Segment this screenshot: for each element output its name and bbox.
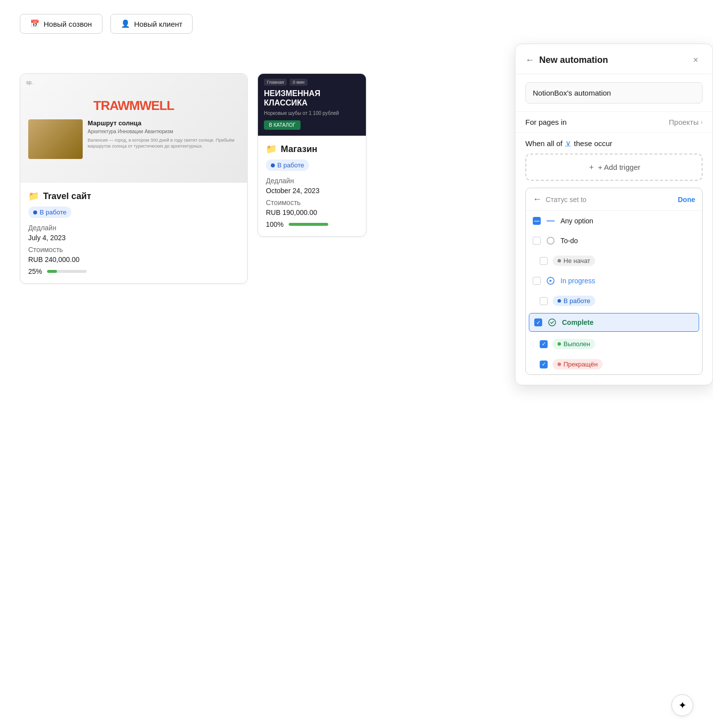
panel-close-btn[interactable]: × [689, 53, 703, 67]
v-rabote-checkbox[interactable] [540, 297, 548, 305]
svg-point-7 [547, 237, 554, 244]
todo-icon [546, 236, 556, 246]
for-pages-row: For pages in Проекты › [515, 111, 713, 132]
new-call-button[interactable]: 📅 Новый созвон [20, 14, 102, 34]
inprogress-label: In progress [560, 277, 695, 285]
prekraschen-chip: Прекращён [553, 359, 603, 369]
card1-image-body: Валенсия — город, в котором 300 дней в г… [88, 137, 239, 150]
card2-status-dot [271, 163, 275, 167]
new-client-button[interactable]: 👤 Новый клиент [110, 14, 193, 34]
vypolen-chip: Выполен [553, 339, 595, 349]
card1-photo [28, 119, 83, 159]
vypolen-checkbox[interactable] [540, 340, 548, 348]
card2-heading: НЕИЗМЕННАЯ КЛАССИКА [264, 89, 360, 107]
any-option-checkbox[interactable] [533, 217, 541, 225]
card2-title-text: Магазин [281, 144, 317, 155]
card2-cost-value: RUB 190,000.00 [266, 208, 358, 216]
card1-image: sp. TRAWMWELL Маршрут солнца Архитектура… [20, 74, 247, 183]
any-option-row[interactable]: — Any option [526, 211, 702, 231]
card2-title: 📁 Магазин [266, 144, 358, 155]
any-option-icon: — [546, 216, 556, 226]
automation-name-input[interactable] [525, 82, 703, 104]
picker-done-btn[interactable]: Done [678, 196, 695, 204]
todo-group-row[interactable]: To-do [526, 231, 702, 251]
card1-image-subtitle: Архитектура Инновации Авантюризм [88, 129, 239, 134]
ne-nachat-checkbox[interactable] [540, 257, 548, 265]
card1-title: 📁 Travel сайт [28, 191, 239, 202]
card2-deadline-value: October 24, 2023 [266, 187, 358, 195]
add-trigger-section[interactable]: ＋ + Add trigger [525, 154, 703, 181]
automation-name-section [515, 74, 713, 111]
card1-deadline-label: Дедлайн [28, 224, 239, 232]
card2-progress-bar-fill [289, 223, 328, 226]
card2-progress-bar-bg [289, 223, 328, 226]
inprogress-checkbox[interactable] [533, 277, 541, 285]
card2-sub: Норковые шубы от 1 100 рублей [264, 110, 360, 116]
vypolen-label: Выполен [563, 340, 590, 348]
picker-back-arrow[interactable]: ← [533, 194, 542, 205]
add-trigger-label: + Add trigger [598, 163, 640, 171]
card1-progress-bar-fill [47, 270, 57, 273]
add-trigger-btn[interactable]: ＋ + Add trigger [534, 162, 694, 172]
status-picker: ← Статус set to Done — Any option To-do [525, 188, 703, 375]
these-occur-label: these occur [574, 139, 612, 148]
complete-label: Complete [562, 318, 694, 326]
card2-folder-icon: 📁 [266, 144, 277, 155]
prekraschen-dot [558, 363, 561, 366]
card1-body: 📁 Travel сайт В работе Дедлайн July 4, 2… [20, 183, 247, 283]
complete-group-row[interactable]: Complete [529, 313, 699, 332]
when-all-label: When all of [525, 139, 562, 148]
vypolen-row[interactable]: Выполен [526, 334, 702, 354]
card1-progress-pct: 25% [28, 267, 42, 275]
todo-label: To-do [560, 237, 695, 245]
v-rabote-chip: В работе [553, 296, 595, 306]
card1-title-text: Travel сайт [43, 191, 91, 202]
for-pages-label: For pages in [525, 118, 566, 126]
card2-top: Главная 0 мин [258, 74, 366, 89]
ne-nachat-label: Не начат [563, 257, 590, 264]
todo-checkbox[interactable] [533, 237, 541, 245]
sparkle-button[interactable]: ✦ [671, 694, 693, 716]
card2-content: НЕИЗМЕННАЯ КЛАССИКА Норковые шубы от 1 1… [264, 89, 360, 130]
for-pages-value[interactable]: Проекты › [669, 118, 703, 126]
automation-panel: ← New automation × For pages in Проекты … [515, 44, 713, 385]
card1-progress-bar-bg [47, 270, 87, 273]
complete-checkbox[interactable] [534, 318, 542, 326]
v-rabote-label: В работе [563, 297, 590, 305]
card2-deadline-label: Дедлайн [266, 177, 358, 185]
card2-badge1: Главная [264, 79, 287, 86]
prekraschen-checkbox[interactable] [540, 361, 548, 368]
card1-progress-row: 25% [28, 267, 239, 275]
top-buttons-area: 📅 Новый созвон 👤 Новый клиент [0, 0, 713, 48]
plus-icon: ＋ [588, 162, 595, 172]
card1-folder-icon: 📁 [28, 191, 39, 202]
any-option-label: Any option [560, 217, 695, 225]
card2-status-label: В работе [277, 161, 304, 169]
card2-progress-pct: 100% [266, 220, 284, 228]
card1-logo: TRAWMWELL [94, 98, 174, 113]
main-content: sp. TRAWMWELL Маршрут солнца Архитектура… [0, 73, 713, 284]
card1-status-badge: В работе [28, 207, 71, 218]
card2-badge2: 0 мин [290, 79, 307, 86]
inprogress-icon [546, 276, 556, 286]
card-travel: sp. TRAWMWELL Маршрут солнца Архитектура… [20, 73, 248, 284]
picker-header-left: ← Статус set to [533, 194, 586, 205]
card1-status-label: В работе [40, 208, 66, 216]
v-rabote-row[interactable]: В работе [526, 291, 702, 311]
panel-back-arrow[interactable]: ← [525, 55, 534, 65]
when-all-link[interactable]: ∨ [565, 139, 571, 148]
picker-header: ← Статус set to Done [526, 188, 702, 211]
card1-deadline-value: July 4, 2023 [28, 234, 239, 242]
when-all-row: When all of ∨ these occur [515, 132, 713, 154]
card2-catalog-btn[interactable]: В КАТАЛОГ [264, 120, 301, 130]
card2-status-badge: В работе [266, 159, 309, 171]
card2-image: Главная 0 мин НЕИЗМЕННАЯ КЛАССИКА Норков… [258, 74, 366, 136]
card1-text-block: Маршрут солнца Архитектура Инновации Ава… [88, 119, 239, 150]
ne-nachat-row[interactable]: Не начат [526, 251, 702, 271]
prekraschen-row[interactable]: Прекращён [526, 354, 702, 374]
card1-image-title: Маршрут солнца [88, 119, 239, 127]
card1-cost-label: Стоимость [28, 246, 239, 254]
v-rabote-dot [558, 299, 561, 303]
inprogress-group-row[interactable]: In progress [526, 271, 702, 291]
picker-title: Статус set to [546, 196, 586, 204]
